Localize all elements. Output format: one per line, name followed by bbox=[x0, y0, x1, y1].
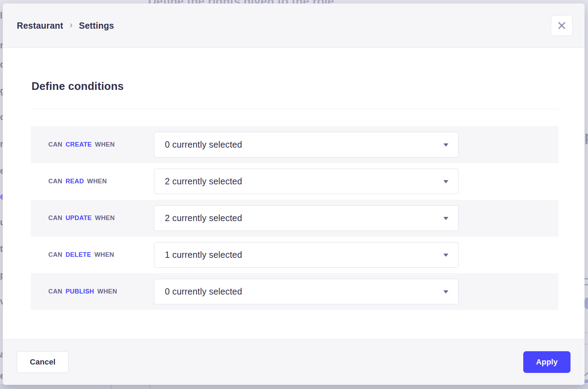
condition-row-update: CAN UPDATE WHEN 2 currently selected bbox=[31, 200, 559, 236]
chevron-down-icon bbox=[443, 254, 448, 257]
create-conditions-select[interactable]: 0 currently selected bbox=[154, 132, 458, 157]
select-value: 0 currently selected bbox=[154, 140, 242, 150]
chevron-down-icon bbox=[443, 217, 448, 220]
condition-row-create: CAN CREATE WHEN 0 currently selected bbox=[31, 126, 559, 163]
condition-row-delete: CAN DELETE WHEN 1 currently selected bbox=[31, 236, 559, 273]
label-prefix: CAN bbox=[48, 178, 62, 185]
label-suffix: WHEN bbox=[87, 178, 107, 185]
update-conditions-select[interactable]: 2 currently selected bbox=[154, 205, 458, 231]
select-value: 2 currently selected bbox=[154, 213, 242, 223]
background-bottom-edge bbox=[0, 384, 588, 389]
background-text-fragment: l bbox=[0, 10, 2, 21]
chevron-down-icon bbox=[443, 180, 448, 183]
label-suffix: WHEN bbox=[97, 288, 117, 295]
chevron-right-icon: › bbox=[70, 20, 73, 31]
label-prefix: CAN bbox=[48, 288, 62, 295]
chevron-down-icon bbox=[443, 290, 448, 293]
background-right-edge: p bbox=[584, 0, 588, 389]
condition-row-publish: CAN PUBLISH WHEN 0 currently selected bbox=[31, 273, 559, 310]
divider bbox=[31, 109, 559, 109]
label-prefix: CAN bbox=[48, 141, 62, 148]
label-action: UPDATE bbox=[65, 214, 92, 222]
label-prefix: CAN bbox=[48, 214, 62, 222]
modal-header: Restaurant › Settings bbox=[3, 3, 584, 48]
close-icon bbox=[557, 21, 566, 30]
select-value: 0 currently selected bbox=[154, 287, 242, 297]
publish-conditions-select[interactable]: 0 currently selected bbox=[154, 279, 458, 304]
background-button-fragment bbox=[584, 297, 588, 309]
condition-row-read: CAN READ WHEN 2 currently selected bbox=[31, 163, 559, 200]
condition-label: CAN READ WHEN bbox=[48, 163, 107, 200]
background-text-fragment: p bbox=[584, 129, 588, 144]
label-action: DELETE bbox=[65, 251, 91, 259]
chevron-down-icon bbox=[443, 143, 448, 147]
label-action: READ bbox=[65, 178, 84, 185]
label-action: CREATE bbox=[65, 141, 92, 148]
breadcrumb-item-settings[interactable]: Settings bbox=[79, 21, 114, 31]
background-pencil-icon-fragment bbox=[584, 372, 588, 377]
select-value: 1 currently selected bbox=[154, 250, 242, 260]
label-suffix: WHEN bbox=[94, 251, 114, 259]
read-conditions-select[interactable]: 2 currently selected bbox=[154, 169, 458, 194]
label-suffix: WHEN bbox=[95, 214, 115, 222]
page-title: Define conditions bbox=[31, 80, 124, 93]
breadcrumb: Restaurant › Settings bbox=[17, 20, 114, 31]
cancel-button[interactable]: Cancel bbox=[17, 351, 69, 373]
label-action: PUBLISH bbox=[65, 288, 94, 295]
condition-label: CAN UPDATE WHEN bbox=[48, 200, 115, 236]
conditions-table: CAN CREATE WHEN 0 currently selected CAN… bbox=[31, 126, 559, 310]
breadcrumb-item-restaurant[interactable]: Restaurant bbox=[17, 21, 63, 31]
condition-label: CAN PUBLISH WHEN bbox=[48, 273, 117, 310]
modal-footer: Cancel Apply bbox=[3, 339, 584, 385]
close-button[interactable] bbox=[551, 15, 573, 36]
condition-label: CAN DELETE WHEN bbox=[48, 236, 114, 273]
condition-label: CAN CREATE WHEN bbox=[48, 126, 115, 163]
apply-button[interactable]: Apply bbox=[523, 351, 570, 373]
label-suffix: WHEN bbox=[95, 141, 115, 148]
label-prefix: CAN bbox=[48, 251, 62, 259]
select-value: 2 currently selected bbox=[154, 176, 242, 186]
background-accent-fragment bbox=[584, 380, 588, 383]
delete-conditions-select[interactable]: 1 currently selected bbox=[154, 242, 458, 268]
define-conditions-modal: Restaurant › Settings Define conditions … bbox=[3, 3, 584, 385]
modal-body: Define conditions CAN CREATE WHEN 0 curr… bbox=[3, 48, 584, 339]
